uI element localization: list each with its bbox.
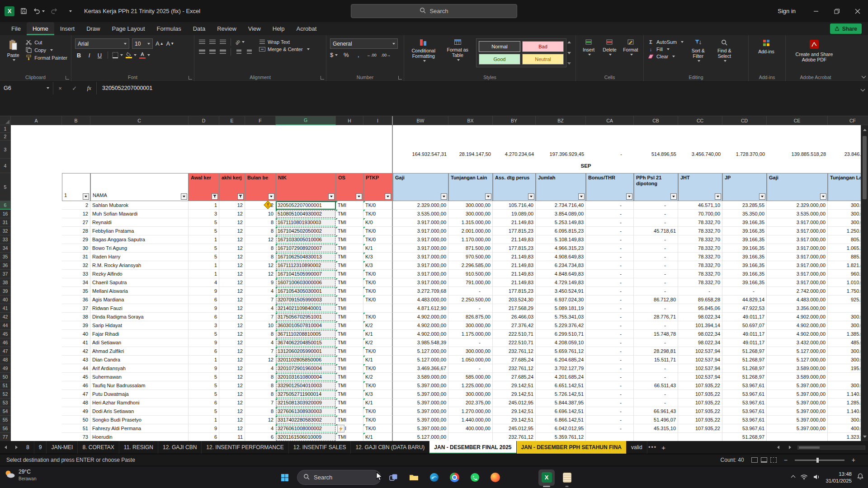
cell-H42[interactable]: TMI [336,313,363,321]
zoom-in-icon[interactable]: + [852,456,855,464]
cell-CA49[interactable]: - [586,364,634,373]
cell-H32[interactable]: TMI [336,227,363,235]
cell-C16[interactable]: Muh Sofian Mawardi [90,210,189,218]
cell-CE1[interactable] [767,125,828,133]
sheet-tab-11-resign[interactable]: 11. RESIGN [119,441,158,454]
cell-C40[interactable]: Agis Mardiana [90,296,189,304]
insert-function-icon[interactable]: fx [87,84,91,92]
cell-C1[interactable] [90,125,189,133]
cell-D40[interactable]: 6 [189,296,219,304]
cell-A50[interactable] [11,373,62,381]
row-header-38[interactable]: 38 [0,278,11,287]
cell-CD42[interactable]: 49.011,17 [722,313,767,321]
cell-G54[interactable]: 3276061308930003 [276,407,336,416]
cell-C37[interactable]: Rezky Alfindo [90,270,189,278]
cell-A31[interactable] [11,218,62,227]
cell-G47[interactable]: 1312060205990001 [276,347,336,356]
row-header-42[interactable]: 42 [0,313,11,321]
cell-F1[interactable] [245,125,276,133]
cell-A16[interactable] [11,210,62,218]
cell-G16[interactable]: 5108051004930002 [276,210,336,218]
cell-C3[interactable] [90,141,189,159]
sheet-tab-jan-desember-pph-setahun-fina[interactable]: JAN - DESEMBER PPH SETAHUN FINA [517,441,627,454]
cell-I2[interactable] [363,133,393,141]
header-cell-I[interactable]: PTKP [363,173,393,201]
cell-B44[interactable]: 39 [62,321,90,330]
cell-E4[interactable] [219,159,245,173]
filter-dropdown-icon[interactable] [328,193,335,200]
cell-G3[interactable] [276,141,336,159]
column-header-B[interactable]: B [62,116,90,125]
cell-CA37[interactable]: - [586,270,634,278]
cell-CD36[interactable]: 39.166,35 [722,261,767,270]
taskbar-clock[interactable]: 13:48 31/01/2025 [826,471,852,484]
cell-G31[interactable]: 1671110801930003 [276,218,336,227]
cell-CC34[interactable]: 78.332,70 [678,244,722,253]
cell-D2[interactable] [189,133,219,141]
cell-CB40[interactable]: 86.712,80 [634,296,678,304]
cell-CE42[interactable]: 4.902.000,00 [767,313,828,321]
cell-A48[interactable] [11,356,62,364]
total-BY[interactable]: 4.270.234,64 [493,141,536,159]
cell-BW52[interactable]: 5.397.000,00 [393,390,448,399]
header-cell-D[interactable]: Awal ker [189,173,219,201]
total-CA[interactable]: - [586,141,634,159]
cell-C46[interactable]: Adi Setiawan [90,338,189,347]
cell-CB46[interactable]: - [634,338,678,347]
cell-F51[interactable]: 8 [245,381,276,390]
column-header-CE[interactable]: CE [767,116,828,125]
cell-BX4[interactable] [448,159,493,173]
cell-C36[interactable]: R.M. Rocky Ariansyah [90,261,189,270]
cell-F39[interactable]: 4 [245,287,276,296]
style-neutral[interactable]: Neutral [522,54,564,65]
ribbon-tab-home[interactable]: Home [27,22,54,35]
cell-CD40[interactable]: 44.829,14 [722,296,767,304]
cell-BY39[interactable]: 177.815,23 [493,287,536,296]
cell-I77[interactable]: K/1 [363,433,393,441]
cell-H34[interactable]: TMI [336,244,363,253]
cell-BZ35[interactable]: 4.908.649,83 [536,253,586,261]
cell-CB38[interactable]: - [634,278,678,287]
cell-BZ54[interactable]: 6.696.142,51 [536,407,586,416]
cell-CD44[interactable]: 50.697,07 [722,321,767,330]
cell-C55[interactable]: Songko Budi Prasetyo [90,416,189,424]
cell-B40[interactable]: 36 [62,296,90,304]
cell-CA36[interactable]: - [586,261,634,270]
cell-CE37[interactable]: 3.917.000,00 [767,270,828,278]
enter-formula-icon[interactable]: ✓ [72,85,77,92]
cell-CA54[interactable]: - [586,407,634,416]
cell-F35[interactable]: 8 [245,253,276,261]
cell-CE6[interactable]: 2.329.000,00 [767,201,828,210]
cell-CD53[interactable]: 53.967,61 [722,399,767,407]
cell-BX46[interactable]: - [448,338,493,347]
create-pdf-button[interactable]: Create and Share Adobe PDF [789,38,839,62]
cell-A36[interactable] [11,261,62,270]
cell-F16[interactable]: 10 [245,210,276,218]
cell-I45[interactable]: K/1 [363,330,393,338]
delete-cells-button[interactable]: Delete [600,38,618,56]
cell-A51[interactable] [11,381,62,390]
horizontal-scroll-thumb[interactable] [799,446,820,449]
cell-A52[interactable] [11,390,62,399]
cell-I36[interactable]: K/3 [363,261,393,270]
bold-button[interactable]: B [75,52,83,59]
cell-D53[interactable]: 6 [189,399,219,407]
cell-E6[interactable]: 12 [219,201,245,210]
column-header-BX[interactable]: BX [448,116,493,125]
cell-D51[interactable]: 5 [189,381,219,390]
cell-CC6[interactable]: 46.571,10 [678,201,722,210]
cell-B36[interactable]: 32 [62,261,90,270]
sheet-tab-jan-mei[interactable]: JAN-MEI [47,441,78,454]
cell-A53[interactable] [11,399,62,407]
zoom-slider-thumb[interactable] [816,458,819,463]
cell-BW36[interactable]: 3.917.000,00 [393,261,448,270]
cell-C2[interactable] [90,133,189,141]
cell-CE50[interactable]: 3.589.000,00 [767,373,828,381]
cell-BY41[interactable]: 217.568,29 [493,304,536,313]
cell-CC33[interactable]: 78.332,70 [678,235,722,244]
cell-C39[interactable]: Mellani Aiswaria [90,287,189,296]
cell-BZ50[interactable]: 4.201.685,24 [536,373,586,381]
row-header-36[interactable]: 36 [0,261,11,270]
cell-BW16[interactable]: 3.535.000,00 [393,210,448,218]
column-header-BW[interactable]: BW [393,116,448,125]
